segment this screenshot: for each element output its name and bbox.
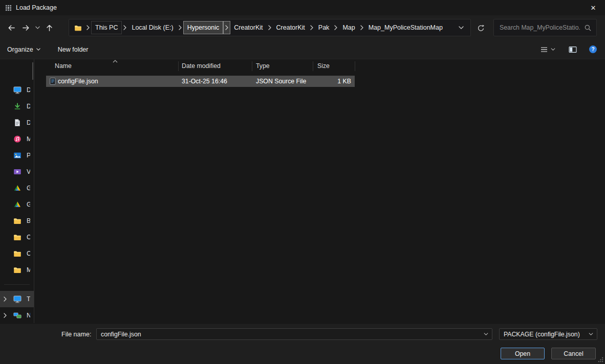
breadcrumb-separator-icon[interactable]	[333, 21, 339, 34]
breadcrumb-item[interactable]: Pak	[315, 21, 333, 34]
breadcrumb-item[interactable]: CreatorKit	[230, 21, 266, 34]
sidebar-item-label: C	[27, 234, 30, 241]
sidebar-item-documents[interactable]: D	[0, 115, 34, 131]
folder-icon	[13, 217, 21, 225]
file-size: 1 KB	[337, 76, 351, 87]
sidebar-item-network[interactable]: N	[0, 307, 34, 323]
breadcrumb-item[interactable]: Local Disk (E:)	[128, 21, 177, 34]
file-name-combobox[interactable]	[96, 328, 492, 340]
forward-arrow-icon	[21, 24, 30, 32]
breadcrumb-separator-icon[interactable]	[122, 21, 128, 34]
folder-icon[interactable]	[71, 24, 85, 32]
organize-label: Organize	[7, 46, 33, 53]
sidebar-item-label: P	[27, 152, 30, 159]
new-folder-label: New folder	[58, 46, 89, 53]
sidebar-item-this-pc[interactable]: T	[0, 291, 34, 307]
main-area: D D D M P V G G B C C M T N	[0, 59, 605, 323]
sidebar-item-folder-4[interactable]: M	[0, 262, 34, 278]
sidebar-item-label: B	[27, 217, 30, 224]
column-divider[interactable]	[178, 61, 179, 71]
new-folder-button[interactable]: New folder	[58, 46, 89, 53]
breadcrumb-item[interactable]: CreatorKit	[273, 21, 309, 34]
breadcrumb-item-active[interactable]: Hypersonic	[183, 21, 224, 34]
help-button[interactable]: ?	[589, 46, 597, 53]
cancel-button[interactable]: Cancel	[551, 348, 596, 359]
sidebar-item-folder-3[interactable]: C	[0, 245, 34, 262]
navigation-pane: D D D M P V G G B C C M T N	[0, 59, 34, 323]
network-icon	[13, 311, 21, 320]
file-row-selected[interactable]: configFile.json 31-Oct-25 16:46 JSON Sou…	[46, 76, 355, 87]
close-button[interactable]: ✕	[581, 0, 605, 15]
file-name-input[interactable]	[97, 331, 484, 338]
file-type-select[interactable]: PACKAGE (configFile.json)	[499, 328, 597, 340]
recent-locations-button[interactable]	[33, 20, 42, 35]
preview-pane-button[interactable]	[569, 46, 577, 54]
sidebar-item-music[interactable]: M	[0, 131, 34, 147]
search-input[interactable]	[499, 24, 581, 32]
column-divider[interactable]	[252, 61, 252, 71]
folder-icon	[13, 249, 21, 258]
breadcrumb-separator-icon[interactable]	[223, 21, 230, 34]
column-header-type[interactable]: Type	[256, 59, 270, 73]
breadcrumb-separator-icon[interactable]	[309, 21, 315, 34]
sidebar-item-label: C	[27, 250, 30, 257]
pictures-icon	[13, 151, 21, 160]
search-icon	[584, 24, 592, 32]
forward-button[interactable]	[18, 20, 33, 35]
sidebar-item-desktop[interactable]: D	[0, 82, 34, 98]
file-type-dropdown-button[interactable]	[589, 333, 597, 335]
sidebar-item-videos[interactable]: V	[0, 164, 34, 180]
refresh-button[interactable]	[472, 20, 489, 35]
sidebar-item-label: D	[27, 103, 30, 110]
breadcrumb-separator-icon[interactable]	[177, 21, 183, 34]
organize-button[interactable]: Organize	[7, 46, 40, 53]
sidebar-item-drive-2[interactable]: G	[0, 196, 34, 213]
column-header-name[interactable]: Name	[55, 59, 72, 73]
view-controls: ?	[540, 46, 597, 54]
breadcrumb-item[interactable]: Map_MyPoliceStationMap	[365, 21, 446, 34]
breadcrumb-item[interactable]: This PC	[91, 21, 122, 34]
address-dropdown-button[interactable]	[454, 26, 468, 29]
back-button[interactable]	[4, 20, 18, 35]
close-icon: ✕	[591, 4, 596, 12]
column-header-date-modified[interactable]: Date modified	[182, 59, 221, 73]
sidebar-item-pictures[interactable]: P	[0, 147, 34, 164]
sidebar-scrollbar[interactable]	[32, 62, 33, 80]
documents-icon	[13, 119, 21, 127]
breadcrumb-separator-icon[interactable]	[359, 21, 365, 34]
chevron-right-icon[interactable]	[4, 313, 7, 318]
details-view-button[interactable]	[540, 46, 548, 54]
up-button[interactable]	[42, 20, 56, 35]
app-icon	[5, 5, 12, 11]
column-divider[interactable]	[313, 61, 313, 71]
resize-grip[interactable]	[598, 357, 604, 363]
list-view-icon	[540, 46, 548, 54]
chevron-down-icon	[484, 333, 488, 335]
breadcrumb-separator-icon[interactable]	[85, 21, 91, 34]
file-name-dropdown-button[interactable]	[484, 333, 492, 335]
sidebar-item-label: M	[27, 266, 30, 274]
sidebar-item-folder-1[interactable]: B	[0, 213, 34, 229]
desktop-icon	[13, 86, 21, 94]
address-bar[interactable]: This PC Local Disk (E:) Hypersonic Creat…	[69, 19, 471, 36]
sidebar-item-drive-1[interactable]: G	[0, 180, 34, 196]
search-box[interactable]	[493, 19, 597, 36]
sidebar-item-folder-2[interactable]: C	[0, 229, 34, 245]
open-button[interactable]: Open	[501, 348, 545, 359]
navigation-bar: This PC Local Disk (E:) Hypersonic Creat…	[0, 15, 605, 40]
sidebar-item-label: M	[27, 135, 30, 143]
file-name-label: File name:	[61, 331, 91, 338]
preview-pane-icon	[569, 46, 577, 54]
column-header-size[interactable]: Size	[317, 59, 330, 73]
back-arrow-icon	[7, 24, 16, 32]
breadcrumb-separator-icon[interactable]	[267, 21, 273, 34]
chevron-down-icon	[36, 48, 40, 51]
cancel-button-label: Cancel	[564, 350, 583, 357]
view-options-dropdown[interactable]	[551, 48, 555, 51]
sidebar-item-downloads[interactable]: D	[0, 98, 34, 115]
breadcrumb-item[interactable]: Map	[339, 21, 358, 34]
chevron-right-icon[interactable]	[4, 297, 7, 302]
column-divider[interactable]	[355, 61, 355, 71]
window-title: Load Package	[16, 4, 57, 11]
file-type-value: PACKAGE (configFile.json)	[500, 331, 589, 338]
